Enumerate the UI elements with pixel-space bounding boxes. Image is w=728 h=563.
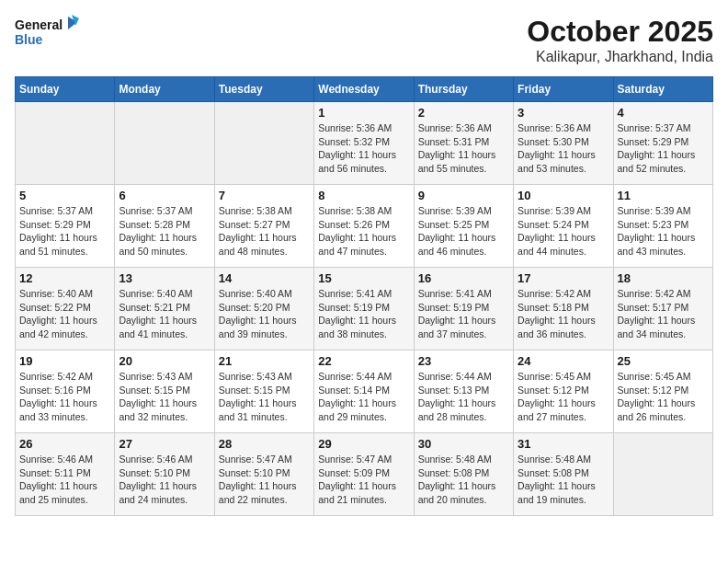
calendar-cell: 17Sunrise: 5:42 AMSunset: 5:18 PMDayligh… xyxy=(514,268,613,350)
day-info: Sunrise: 5:40 AMSunset: 5:20 PMDaylight:… xyxy=(219,287,310,341)
calendar-cell: 2Sunrise: 5:36 AMSunset: 5:31 PMDaylight… xyxy=(414,102,513,185)
title-block: October 2025 Kalikapur, Jharkhand, India xyxy=(527,15,713,65)
calendar-cell: 26Sunrise: 5:46 AMSunset: 5:11 PMDayligh… xyxy=(16,433,115,516)
calendar-cell: 18Sunrise: 5:42 AMSunset: 5:17 PMDayligh… xyxy=(613,268,712,350)
page-header: General Blue October 2025 Kalikapur, Jha… xyxy=(15,15,713,65)
day-info: Sunrise: 5:46 AMSunset: 5:11 PMDaylight:… xyxy=(19,453,110,507)
calendar-cell: 1Sunrise: 5:36 AMSunset: 5:32 PMDaylight… xyxy=(314,102,414,185)
calendar-cell: 15Sunrise: 5:41 AMSunset: 5:19 PMDayligh… xyxy=(314,268,414,350)
weekday-header: Tuesday xyxy=(214,77,313,102)
calendar-cell: 16Sunrise: 5:41 AMSunset: 5:19 PMDayligh… xyxy=(414,268,513,350)
day-number: 4 xyxy=(618,106,709,120)
calendar-header: SundayMondayTuesdayWednesdayThursdayFrid… xyxy=(16,77,713,102)
day-info: Sunrise: 5:40 AMSunset: 5:21 PMDaylight:… xyxy=(119,287,210,341)
day-number: 30 xyxy=(418,437,509,451)
day-info: Sunrise: 5:37 AMSunset: 5:29 PMDaylight:… xyxy=(618,121,709,176)
day-number: 1 xyxy=(318,106,409,120)
day-info: Sunrise: 5:41 AMSunset: 5:19 PMDaylight:… xyxy=(318,287,409,341)
day-number: 25 xyxy=(618,354,709,368)
day-number: 20 xyxy=(119,354,210,368)
calendar-cell: 12Sunrise: 5:40 AMSunset: 5:22 PMDayligh… xyxy=(16,268,115,350)
weekday-header: Saturday xyxy=(613,77,712,102)
calendar-cell: 4Sunrise: 5:37 AMSunset: 5:29 PMDaylight… xyxy=(613,102,712,185)
day-info: Sunrise: 5:42 AMSunset: 5:16 PMDaylight:… xyxy=(19,370,110,424)
calendar-cell: 8Sunrise: 5:38 AMSunset: 5:26 PMDaylight… xyxy=(314,185,414,268)
calendar-cell: 13Sunrise: 5:40 AMSunset: 5:21 PMDayligh… xyxy=(115,268,214,350)
day-info: Sunrise: 5:42 AMSunset: 5:18 PMDaylight:… xyxy=(518,287,609,341)
calendar-cell: 19Sunrise: 5:42 AMSunset: 5:16 PMDayligh… xyxy=(16,350,115,433)
month-year: October 2025 xyxy=(527,15,713,49)
day-number: 18 xyxy=(618,271,709,285)
day-number: 10 xyxy=(518,189,609,202)
day-info: Sunrise: 5:45 AMSunset: 5:12 PMDaylight:… xyxy=(618,370,709,424)
day-info: Sunrise: 5:39 AMSunset: 5:25 PMDaylight:… xyxy=(418,204,509,259)
day-info: Sunrise: 5:44 AMSunset: 5:13 PMDaylight:… xyxy=(418,370,509,424)
day-number: 28 xyxy=(219,437,310,451)
logo-svg: General Blue xyxy=(15,15,79,52)
day-info: Sunrise: 5:38 AMSunset: 5:26 PMDaylight:… xyxy=(318,204,409,259)
weekday-header: Wednesday xyxy=(314,77,414,102)
calendar-cell: 22Sunrise: 5:44 AMSunset: 5:14 PMDayligh… xyxy=(314,350,414,433)
calendar-cell: 7Sunrise: 5:38 AMSunset: 5:27 PMDaylight… xyxy=(214,185,313,268)
calendar-table: SundayMondayTuesdayWednesdayThursdayFrid… xyxy=(15,76,713,516)
calendar-cell: 9Sunrise: 5:39 AMSunset: 5:25 PMDaylight… xyxy=(414,185,513,268)
day-number: 24 xyxy=(518,354,609,368)
day-info: Sunrise: 5:46 AMSunset: 5:10 PMDaylight:… xyxy=(119,453,210,507)
location: Kalikapur, Jharkhand, India xyxy=(527,49,713,65)
day-info: Sunrise: 5:36 AMSunset: 5:30 PMDaylight:… xyxy=(518,121,609,176)
day-info: Sunrise: 5:39 AMSunset: 5:23 PMDaylight:… xyxy=(618,204,709,259)
day-info: Sunrise: 5:37 AMSunset: 5:29 PMDaylight:… xyxy=(19,204,110,259)
calendar-cell: 10Sunrise: 5:39 AMSunset: 5:24 PMDayligh… xyxy=(514,185,613,268)
day-number: 21 xyxy=(219,354,310,368)
calendar-cell: 27Sunrise: 5:46 AMSunset: 5:10 PMDayligh… xyxy=(115,433,214,516)
calendar-cell: 31Sunrise: 5:48 AMSunset: 5:08 PMDayligh… xyxy=(514,433,613,516)
day-info: Sunrise: 5:41 AMSunset: 5:19 PMDaylight:… xyxy=(418,287,509,341)
day-info: Sunrise: 5:43 AMSunset: 5:15 PMDaylight:… xyxy=(119,370,210,424)
day-number: 31 xyxy=(518,437,609,451)
day-number: 9 xyxy=(418,189,509,202)
svg-text:General: General xyxy=(15,17,63,32)
weekday-header: Monday xyxy=(115,77,214,102)
calendar-cell: 6Sunrise: 5:37 AMSunset: 5:28 PMDaylight… xyxy=(115,185,214,268)
day-number: 6 xyxy=(119,189,210,202)
day-info: Sunrise: 5:47 AMSunset: 5:09 PMDaylight:… xyxy=(318,453,409,507)
day-info: Sunrise: 5:38 AMSunset: 5:27 PMDaylight:… xyxy=(219,204,310,259)
calendar-cell: 5Sunrise: 5:37 AMSunset: 5:29 PMDaylight… xyxy=(16,185,115,268)
day-number: 13 xyxy=(119,271,210,285)
day-info: Sunrise: 5:36 AMSunset: 5:31 PMDaylight:… xyxy=(418,121,509,176)
calendar-cell: 30Sunrise: 5:48 AMSunset: 5:08 PMDayligh… xyxy=(414,433,513,516)
calendar-cell: 28Sunrise: 5:47 AMSunset: 5:10 PMDayligh… xyxy=(214,433,313,516)
day-info: Sunrise: 5:43 AMSunset: 5:15 PMDaylight:… xyxy=(219,370,310,424)
day-number: 5 xyxy=(19,189,110,202)
weekday-header: Thursday xyxy=(414,77,513,102)
calendar-cell xyxy=(214,102,313,185)
day-number: 12 xyxy=(19,271,110,285)
day-info: Sunrise: 5:48 AMSunset: 5:08 PMDaylight:… xyxy=(418,453,509,507)
calendar-cell xyxy=(16,102,115,185)
weekday-header: Friday xyxy=(514,77,613,102)
day-number: 27 xyxy=(119,437,210,451)
day-number: 16 xyxy=(418,271,509,285)
day-number: 2 xyxy=(418,106,509,120)
day-number: 29 xyxy=(318,437,409,451)
calendar-cell: 29Sunrise: 5:47 AMSunset: 5:09 PMDayligh… xyxy=(314,433,414,516)
day-info: Sunrise: 5:40 AMSunset: 5:22 PMDaylight:… xyxy=(19,287,110,341)
svg-text:Blue: Blue xyxy=(15,32,43,47)
calendar-cell xyxy=(613,433,712,516)
day-info: Sunrise: 5:39 AMSunset: 5:24 PMDaylight:… xyxy=(518,204,609,259)
day-number: 23 xyxy=(418,354,509,368)
day-number: 15 xyxy=(318,271,409,285)
day-info: Sunrise: 5:47 AMSunset: 5:10 PMDaylight:… xyxy=(219,453,310,507)
day-number: 8 xyxy=(318,189,409,202)
day-info: Sunrise: 5:45 AMSunset: 5:12 PMDaylight:… xyxy=(518,370,609,424)
calendar-cell: 11Sunrise: 5:39 AMSunset: 5:23 PMDayligh… xyxy=(613,185,712,268)
day-info: Sunrise: 5:44 AMSunset: 5:14 PMDaylight:… xyxy=(318,370,409,424)
day-number: 11 xyxy=(618,189,709,202)
day-number: 19 xyxy=(19,354,110,368)
calendar-cell: 23Sunrise: 5:44 AMSunset: 5:13 PMDayligh… xyxy=(414,350,513,433)
calendar-cell: 25Sunrise: 5:45 AMSunset: 5:12 PMDayligh… xyxy=(613,350,712,433)
logo: General Blue xyxy=(15,15,79,52)
day-info: Sunrise: 5:48 AMSunset: 5:08 PMDaylight:… xyxy=(518,453,609,507)
calendar-cell: 21Sunrise: 5:43 AMSunset: 5:15 PMDayligh… xyxy=(214,350,313,433)
calendar-cell: 20Sunrise: 5:43 AMSunset: 5:15 PMDayligh… xyxy=(115,350,214,433)
